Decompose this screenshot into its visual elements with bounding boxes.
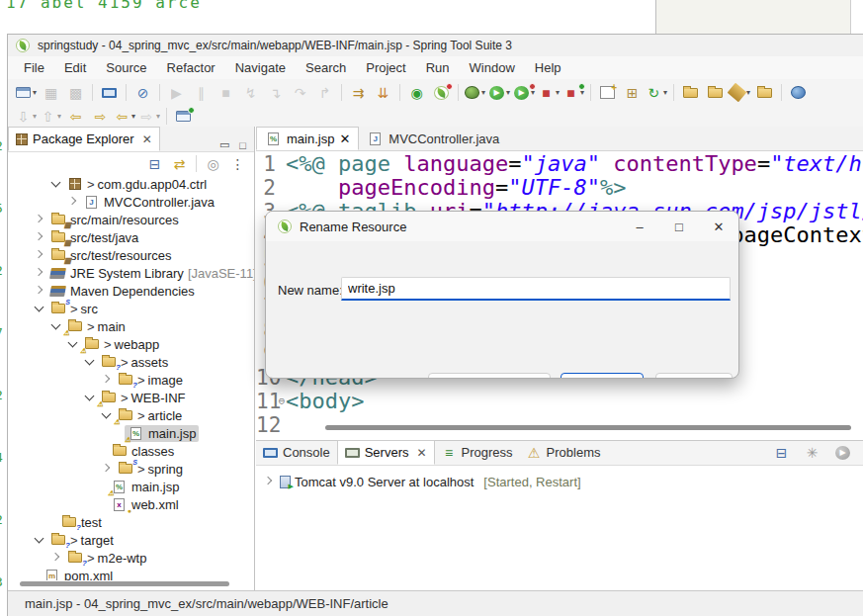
menu-help[interactable]: Help <box>525 56 571 79</box>
run-coverage-button[interactable]: ▶▾ <box>513 83 536 103</box>
resume-console-button[interactable]: ▶ <box>831 443 854 463</box>
expand-arrow-icon[interactable] <box>66 195 80 209</box>
next-annotation-button[interactable]: ⇉ <box>347 83 370 103</box>
title-bar[interactable]: springstudy - 04_spring_mvc_ex/src/main/… <box>8 35 863 56</box>
menu-source[interactable]: Source <box>96 56 156 79</box>
menu-file[interactable]: File <box>14 56 54 79</box>
expand-arrow-icon[interactable] <box>33 266 46 280</box>
expand-arrow-icon[interactable] <box>33 284 46 298</box>
expand-arrow-icon[interactable] <box>33 248 46 262</box>
tree-item-src-test-java[interactable]: ▦src/test/java <box>8 228 254 246</box>
menu-project[interactable]: Project <box>356 56 415 79</box>
expand-arrow-icon[interactable] <box>33 533 46 547</box>
step-return-button[interactable]: ↱ <box>313 83 336 103</box>
tree-item-image[interactable]: ?>image <box>8 371 254 389</box>
suspend-button[interactable]: ∥ <box>190 83 213 103</box>
package-explorer-hscrollbar[interactable] <box>12 580 246 587</box>
tree-item-classes[interactable]: classes <box>8 442 254 460</box>
tree-item-spring[interactable]: S>spring <box>8 460 254 478</box>
new-name-input[interactable] <box>341 277 731 301</box>
dialog-close-icon[interactable]: ✕ <box>699 212 738 241</box>
scrollbar-thumb[interactable] <box>325 425 851 430</box>
debug-button[interactable]: ▾ <box>464 83 486 103</box>
dialog-title-bar[interactable]: Rename Resource – □ ✕ <box>266 212 738 241</box>
scrollbar-thumb[interactable] <box>20 581 229 586</box>
tree-item-main[interactable]: ⚠>main <box>8 317 254 335</box>
minimize-panel-icon[interactable]: ▭ <box>219 138 229 151</box>
menu-navigate[interactable]: Navigate <box>225 56 296 79</box>
expand-export-button[interactable]: ⇧▾ <box>40 107 62 127</box>
expand-arrow-icon[interactable] <box>33 230 46 244</box>
tree-item-assets[interactable]: ?>assets <box>8 353 254 371</box>
menu-search[interactable]: Search <box>296 56 356 79</box>
skip-breakpoints-button[interactable]: ⊘ <box>131 83 154 103</box>
web-browser-button[interactable] <box>787 83 810 103</box>
tree-item-webapp[interactable]: ⚠>webapp <box>8 335 254 353</box>
tree-item-web-xml[interactable]: x●web.xml <box>8 495 254 513</box>
expand-arrow-icon[interactable] <box>83 355 97 369</box>
server-row[interactable]: Tomcat v9.0 Server at localhost [Started… <box>256 472 863 491</box>
expand-arrow-icon[interactable] <box>49 551 63 565</box>
spring-insight-button[interactable] <box>430 83 453 103</box>
pin-editor-button[interactable] <box>172 107 195 127</box>
dialog-maximize-icon[interactable]: □ <box>659 212 699 241</box>
menu-refactor[interactable]: Refactor <box>157 56 225 79</box>
terminate-button[interactable]: ■ <box>215 83 237 103</box>
menu-window[interactable]: Window <box>460 56 525 79</box>
next-edit-location-button[interactable]: ⇨ <box>89 107 112 127</box>
tab-servers[interactable]: Servers✕ <box>337 440 435 465</box>
fold-marker-icon[interactable]: ⊖ <box>278 390 286 413</box>
tree-item-main-jsp[interactable]: %⚠main.jsp <box>8 424 254 442</box>
run-button[interactable]: ▶▾ <box>488 83 511 103</box>
cancel-button[interactable]: Cancel <box>655 373 733 379</box>
open-console-button[interactable] <box>98 83 121 103</box>
save-button[interactable]: ▦ <box>40 83 62 103</box>
filters-button[interactable]: ◎ <box>202 154 224 174</box>
preview-button[interactable]: Preview > <box>428 373 551 379</box>
highlighter-button[interactable]: ▾ <box>729 83 751 103</box>
expand-arrow-icon[interactable] <box>33 213 46 226</box>
maximize-panel-icon[interactable]: □ <box>239 139 246 151</box>
editor-hscrollbar[interactable] <box>325 424 851 431</box>
forward-button[interactable]: ⇨▾ <box>138 107 161 127</box>
stop-button[interactable]: ■▾ <box>538 83 561 103</box>
tree-item-com-gdu-app04-ctrl[interactable]: >com.gdu.app04.ctrl <box>8 175 254 193</box>
editor-tab-mvccontroller-java[interactable]: JMVCController.java <box>359 127 507 150</box>
close-icon[interactable]: ✕ <box>339 132 350 146</box>
back-button[interactable]: ⇦▾ <box>114 107 136 127</box>
tab-console[interactable]: Console <box>256 440 337 465</box>
tree-item-pom-xml[interactable]: mpom.xml <box>8 567 254 580</box>
tree-item-src-test-resources[interactable]: ▦src/test/resources <box>8 246 254 264</box>
tree-item-src-main-resources[interactable]: ▦src/main/resources <box>8 211 254 228</box>
retry-tests-button[interactable]: ⇊ <box>372 83 394 103</box>
new-package-button[interactable]: ⊞ <box>621 83 644 103</box>
dialog-minimize-icon[interactable]: – <box>620 212 659 241</box>
resume-button[interactable]: ▶ <box>165 83 188 103</box>
expand-arrow-icon[interactable] <box>83 391 97 404</box>
expand-arrow-icon[interactable] <box>66 337 80 351</box>
save-all-button[interactable]: ▩ <box>64 83 87 103</box>
tree-item-article[interactable]: ⚠>article <box>8 406 254 424</box>
tree-item-main-jsp[interactable]: %⚠main.jsp <box>8 478 254 495</box>
tree-item-test[interactable]: ?test <box>8 513 254 531</box>
tree-item-mvccontroller-java[interactable]: JMVCController.java <box>8 193 254 211</box>
debug-options-button[interactable]: ✳ <box>801 443 823 463</box>
relaunch-button[interactable]: ■▾ <box>562 83 585 103</box>
import-folder-button[interactable] <box>753 83 776 103</box>
new-wizard-button[interactable]: ▾ <box>15 83 38 103</box>
tree-item-src[interactable]: S>src <box>8 300 254 317</box>
menu-run[interactable]: Run <box>416 56 460 79</box>
tree-item-maven-dependencies[interactable]: Maven Dependencies <box>8 282 254 300</box>
step-into-button[interactable]: ↴ <box>264 83 287 103</box>
collapse-all-button[interactable]: ⊟ <box>143 154 166 174</box>
tree-item-target[interactable]: ?>target <box>8 531 254 549</box>
tree-item-m2e-wtp[interactable]: ?>m2e-wtp <box>8 549 254 567</box>
close-icon[interactable]: ✕ <box>142 132 152 146</box>
tree-item-web-inf[interactable]: ⚠>WEB-INF <box>8 389 254 406</box>
tree-item-jre-system-library[interactable]: JRE System Library[JavaSE-11] <box>8 264 254 282</box>
update-project-button[interactable]: ↻▾ <box>646 83 668 103</box>
tab-problems[interactable]: ⚠Problems <box>520 440 608 465</box>
link-with-editor-button[interactable]: ⇄ <box>168 154 191 174</box>
open-folder-button[interactable] <box>704 83 727 103</box>
editor-tab-main-jsp[interactable]: %main.jsp✕ <box>256 127 359 150</box>
